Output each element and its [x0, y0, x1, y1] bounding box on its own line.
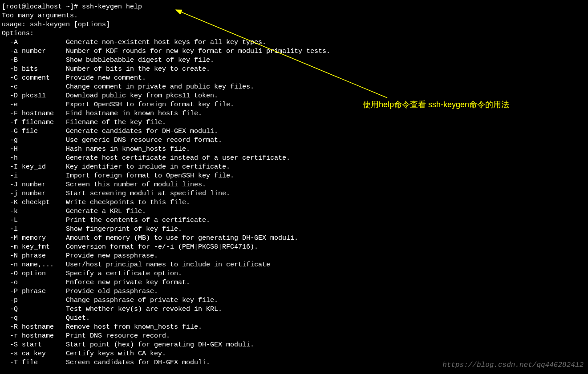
watermark: https://blog.csdn.net/qq446282412 [442, 361, 584, 370]
usage-line: usage: ssh-keygen [options] [2, 21, 110, 28]
shell-prompt: [root@localhost ~]# [2, 3, 82, 11]
error-line: Too many arguments. [2, 12, 78, 20]
options-list: -A Generate non-existent host keys for a… [2, 38, 586, 367]
typed-command: ssh-keygen help [82, 3, 142, 11]
annotation-label: 使用help命令查看 ssh-keygen命令的用法 [363, 100, 509, 109]
terminal-output[interactable]: [root@localhost ~]# ssh-keygen help Too … [0, 0, 588, 370]
options-header: Options: [2, 30, 34, 37]
